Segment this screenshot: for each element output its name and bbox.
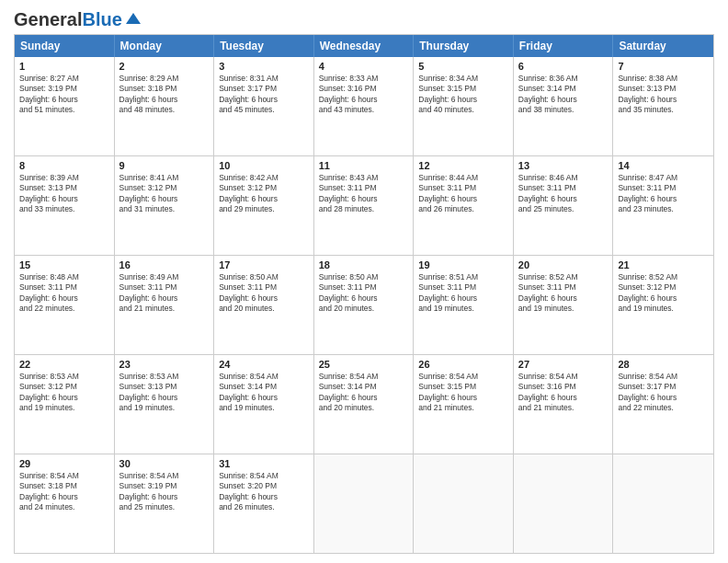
cell-text: Sunrise: 8:54 AMSunset: 3:16 PMDaylight:… xyxy=(518,372,609,414)
cell-text: Sunrise: 8:54 AMSunset: 3:14 PMDaylight:… xyxy=(319,372,409,414)
cell-text: Sunrise: 8:54 AMSunset: 3:18 PMDaylight:… xyxy=(19,471,109,513)
cal-cell: 16Sunrise: 8:49 AMSunset: 3:11 PMDayligh… xyxy=(115,256,215,354)
day-number: 27 xyxy=(518,359,609,370)
cal-cell: 10Sunrise: 8:42 AMSunset: 3:12 PMDayligh… xyxy=(214,156,314,255)
cal-cell: 24Sunrise: 8:54 AMSunset: 3:14 PMDayligh… xyxy=(214,355,314,454)
day-number: 10 xyxy=(219,160,309,171)
cell-text: Sunrise: 8:39 AMSunset: 3:13 PMDaylight:… xyxy=(19,173,109,215)
logo-icon: GeneralBlue xyxy=(14,9,142,30)
cal-cell: 31Sunrise: 8:54 AMSunset: 3:20 PMDayligh… xyxy=(214,454,314,553)
cal-header-cell: Monday xyxy=(115,35,215,57)
cell-text: Sunrise: 8:34 AMSunset: 3:15 PMDaylight:… xyxy=(418,74,508,116)
cal-cell: 26Sunrise: 8:54 AMSunset: 3:15 PMDayligh… xyxy=(414,355,514,454)
cell-text: Sunrise: 8:42 AMSunset: 3:12 PMDaylight:… xyxy=(219,173,309,215)
day-number: 30 xyxy=(119,458,210,469)
page: GeneralBlue SundayMondayTuesdayWednesday… xyxy=(0,0,728,563)
day-number: 4 xyxy=(319,61,409,72)
cal-cell: 11Sunrise: 8:43 AMSunset: 3:11 PMDayligh… xyxy=(314,156,415,255)
cal-cell: 19Sunrise: 8:51 AMSunset: 3:11 PMDayligh… xyxy=(414,256,514,354)
cell-text: Sunrise: 8:53 AMSunset: 3:13 PMDaylight:… xyxy=(119,372,210,414)
cell-text: Sunrise: 8:27 AMSunset: 3:19 PMDaylight:… xyxy=(19,74,109,116)
cal-cell: 6Sunrise: 8:36 AMSunset: 3:14 PMDaylight… xyxy=(514,57,614,155)
cell-text: Sunrise: 8:46 AMSunset: 3:11 PMDaylight:… xyxy=(518,173,609,215)
day-number: 21 xyxy=(618,259,709,270)
cal-cell: 25Sunrise: 8:54 AMSunset: 3:14 PMDayligh… xyxy=(314,355,415,454)
cell-text: Sunrise: 8:38 AMSunset: 3:13 PMDaylight:… xyxy=(618,74,709,116)
cal-cell: 2Sunrise: 8:29 AMSunset: 3:18 PMDaylight… xyxy=(115,57,215,155)
day-number: 13 xyxy=(518,160,609,171)
day-number: 15 xyxy=(19,259,109,270)
cell-text: Sunrise: 8:51 AMSunset: 3:11 PMDaylight:… xyxy=(418,272,508,315)
day-number: 24 xyxy=(219,359,309,370)
cell-text: Sunrise: 8:47 AMSunset: 3:11 PMDaylight:… xyxy=(618,173,709,215)
cell-text: Sunrise: 8:54 AMSunset: 3:17 PMDaylight:… xyxy=(618,372,709,414)
day-number: 2 xyxy=(119,61,210,72)
cal-cell: 13Sunrise: 8:46 AMSunset: 3:11 PMDayligh… xyxy=(514,156,614,255)
cell-text: Sunrise: 8:50 AMSunset: 3:11 PMDaylight:… xyxy=(319,272,409,315)
svg-marker-0 xyxy=(126,13,141,24)
cell-text: Sunrise: 8:33 AMSunset: 3:16 PMDaylight:… xyxy=(319,74,409,116)
cal-cell: 8Sunrise: 8:39 AMSunset: 3:13 PMDaylight… xyxy=(15,156,115,255)
day-number: 9 xyxy=(119,160,210,171)
calendar: SundayMondayTuesdayWednesdayThursdayFrid… xyxy=(14,34,714,554)
cal-cell: 22Sunrise: 8:53 AMSunset: 3:12 PMDayligh… xyxy=(15,355,115,454)
cal-week-row: 15Sunrise: 8:48 AMSunset: 3:11 PMDayligh… xyxy=(15,255,713,354)
day-number: 20 xyxy=(518,259,609,270)
cell-text: Sunrise: 8:54 AMSunset: 3:14 PMDaylight:… xyxy=(219,372,309,414)
cal-cell: 7Sunrise: 8:38 AMSunset: 3:13 PMDaylight… xyxy=(613,57,713,155)
cal-cell: 1Sunrise: 8:27 AMSunset: 3:19 PMDaylight… xyxy=(15,57,115,155)
cal-cell: 3Sunrise: 8:31 AMSunset: 3:17 PMDaylight… xyxy=(214,57,314,155)
cell-text: Sunrise: 8:50 AMSunset: 3:11 PMDaylight:… xyxy=(219,272,309,315)
day-number: 26 xyxy=(418,359,508,370)
day-number: 29 xyxy=(19,458,109,469)
day-number: 17 xyxy=(219,259,309,270)
cell-text: Sunrise: 8:54 AMSunset: 3:20 PMDaylight:… xyxy=(219,471,309,513)
cal-week-row: 8Sunrise: 8:39 AMSunset: 3:13 PMDaylight… xyxy=(15,155,713,255)
cal-header-cell: Tuesday xyxy=(214,35,314,57)
cal-cell xyxy=(414,454,514,553)
cal-cell: 4Sunrise: 8:33 AMSunset: 3:16 PMDaylight… xyxy=(314,57,415,155)
cell-text: Sunrise: 8:44 AMSunset: 3:11 PMDaylight:… xyxy=(418,173,508,215)
day-number: 6 xyxy=(518,61,609,72)
calendar-header: SundayMondayTuesdayWednesdayThursdayFrid… xyxy=(15,35,713,57)
day-number: 25 xyxy=(319,359,409,370)
cell-text: Sunrise: 8:36 AMSunset: 3:14 PMDaylight:… xyxy=(518,74,609,116)
cal-cell: 29Sunrise: 8:54 AMSunset: 3:18 PMDayligh… xyxy=(15,454,115,553)
day-number: 5 xyxy=(418,61,508,72)
day-number: 12 xyxy=(418,160,508,171)
cell-text: Sunrise: 8:49 AMSunset: 3:11 PMDaylight:… xyxy=(119,272,210,315)
day-number: 14 xyxy=(618,160,709,171)
cal-cell: 5Sunrise: 8:34 AMSunset: 3:15 PMDaylight… xyxy=(414,57,514,155)
cell-text: Sunrise: 8:43 AMSunset: 3:11 PMDaylight:… xyxy=(319,173,409,215)
logo-arrow-icon xyxy=(124,11,142,29)
cal-cell: 30Sunrise: 8:54 AMSunset: 3:19 PMDayligh… xyxy=(115,454,215,553)
cal-week-row: 1Sunrise: 8:27 AMSunset: 3:19 PMDaylight… xyxy=(15,57,713,155)
logo-text: GeneralBlue xyxy=(14,9,122,30)
day-number: 22 xyxy=(19,359,109,370)
cal-cell: 28Sunrise: 8:54 AMSunset: 3:17 PMDayligh… xyxy=(613,355,713,454)
cal-week-row: 22Sunrise: 8:53 AMSunset: 3:12 PMDayligh… xyxy=(15,354,713,454)
cal-header-cell: Thursday xyxy=(414,35,514,57)
cell-text: Sunrise: 8:41 AMSunset: 3:12 PMDaylight:… xyxy=(119,173,210,215)
cell-text: Sunrise: 8:48 AMSunset: 3:11 PMDaylight:… xyxy=(19,272,109,315)
day-number: 28 xyxy=(618,359,709,370)
day-number: 11 xyxy=(319,160,409,171)
calendar-body: 1Sunrise: 8:27 AMSunset: 3:19 PMDaylight… xyxy=(15,57,713,553)
cal-cell: 27Sunrise: 8:54 AMSunset: 3:16 PMDayligh… xyxy=(514,355,614,454)
day-number: 7 xyxy=(618,61,709,72)
cal-cell: 9Sunrise: 8:41 AMSunset: 3:12 PMDaylight… xyxy=(115,156,215,255)
day-number: 3 xyxy=(219,61,309,72)
cal-cell xyxy=(613,454,713,553)
cal-cell: 23Sunrise: 8:53 AMSunset: 3:13 PMDayligh… xyxy=(115,355,215,454)
cell-text: Sunrise: 8:53 AMSunset: 3:12 PMDaylight:… xyxy=(19,372,109,414)
cell-text: Sunrise: 8:29 AMSunset: 3:18 PMDaylight:… xyxy=(119,74,210,116)
day-number: 19 xyxy=(418,259,508,270)
cell-text: Sunrise: 8:54 AMSunset: 3:15 PMDaylight:… xyxy=(418,372,508,414)
cal-cell: 14Sunrise: 8:47 AMSunset: 3:11 PMDayligh… xyxy=(613,156,713,255)
cal-header-cell: Sunday xyxy=(15,35,115,57)
cell-text: Sunrise: 8:52 AMSunset: 3:11 PMDaylight:… xyxy=(518,272,609,315)
day-number: 16 xyxy=(119,259,210,270)
day-number: 1 xyxy=(19,61,109,72)
header: GeneralBlue xyxy=(14,9,714,30)
cal-cell: 15Sunrise: 8:48 AMSunset: 3:11 PMDayligh… xyxy=(15,256,115,354)
